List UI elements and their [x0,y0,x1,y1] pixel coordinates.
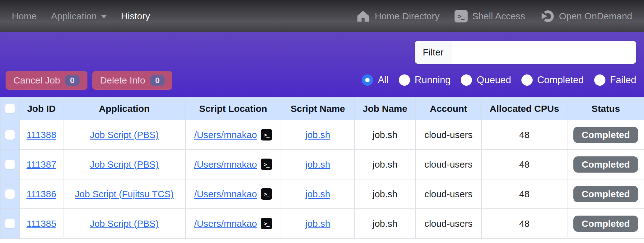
radio-unselected-icon [594,74,605,86]
col-header-application: Application [63,98,185,120]
terminal-glyph: >_ [264,132,269,138]
allocated-cpus-value: 48 [519,218,530,229]
radio-unselected-icon [521,74,533,86]
account-value: cloud-users [424,159,473,169]
terminal-glyph: >_ [264,161,269,168]
status-badge: Completed [573,156,638,173]
script-name-link[interactable]: job.sh [305,159,330,169]
table-header-row: Job ID Application Script Location Scrip… [0,98,644,120]
col-header-job-name: Job Name [355,98,415,120]
application-link[interactable]: Job Script (PBS) [90,159,159,169]
terminal-glyph: >_ [264,221,269,227]
jobs-table: Job ID Application Script Location Scrip… [0,97,644,239]
navbar-right-group: Home Directory >_ Shell Access Open OnDe… [356,9,632,23]
open-ondemand-link[interactable]: Open OnDemand [540,9,632,23]
action-buttons-group: Cancel Job 0 Delete Info 0 [6,71,172,90]
open-terminal-icon[interactable]: >_ [261,218,272,229]
col-header-status: Status [567,98,644,120]
status-badge: Completed [573,216,638,232]
filter-group: Filter [415,41,636,64]
status-badge: Completed [573,127,638,143]
status-filter-queued[interactable]: Queued [461,74,511,86]
nav-item-application[interactable]: Application [51,11,107,21]
shell-access-label: Shell Access [472,11,525,21]
row-checkbox[interactable] [5,189,15,199]
table-row: 111388 Job Script (PBS) /Users/mnakao>_ … [0,120,644,150]
home-icon [356,9,370,23]
row-checkbox[interactable] [5,160,15,169]
col-header-script-location: Script Location [185,98,281,120]
radio-unselected-icon [461,74,472,86]
radio-unselected-icon [399,74,410,86]
radio-dot [365,78,370,82]
application-link[interactable]: Job Script (PBS) [90,130,159,140]
job-name-value: job.sh [372,189,397,199]
status-filter-all-label: All [378,74,388,86]
script-name-link[interactable]: job.sh [305,130,330,140]
terminal-glyph: >_ [458,13,464,20]
account-value: cloud-users [424,218,473,229]
col-header-job-id: Job ID [20,98,63,120]
terminal-icon: >_ [455,10,468,22]
terminal-glyph: >_ [264,191,269,197]
status-filter-failed[interactable]: Failed [594,74,636,86]
cancel-job-button[interactable]: Cancel Job 0 [6,71,87,90]
delete-info-button[interactable]: Delete Info 0 [92,71,173,90]
job-id-link[interactable]: 111385 [26,218,56,229]
chevron-down-icon [101,15,107,18]
status-filter-queued-label: Queued [477,74,511,86]
open-ondemand-logo-icon [540,9,554,23]
toolbar-section: Filter Cancel Job 0 Delete Info 0 All Ru… [0,32,644,97]
open-ondemand-label: Open OnDemand [559,11,632,21]
top-navbar: Home Application History Home Directory … [0,0,644,32]
allocated-cpus-value: 48 [519,130,530,140]
script-location-link[interactable]: /Users/mnakao [194,130,257,140]
table-row: 111386 Job Script (Fujitsu TCS) /Users/m… [0,179,644,209]
delete-info-count-badge: 0 [150,75,165,86]
open-terminal-icon[interactable]: >_ [261,129,272,141]
account-value: cloud-users [424,130,473,140]
open-terminal-icon[interactable]: >_ [261,188,272,200]
nav-item-home[interactable]: Home [12,11,37,21]
nav-item-application-label: Application [51,11,97,21]
filter-input[interactable] [452,41,636,64]
col-header-account: Account [415,98,482,120]
job-history-page: Home Application History Home Directory … [0,0,644,243]
script-name-link[interactable]: job.sh [305,189,330,199]
open-terminal-icon[interactable]: >_ [261,159,272,170]
script-name-link[interactable]: job.sh [305,218,330,229]
status-badge: Completed [573,186,638,202]
script-location-link[interactable]: /Users/mnakao [194,218,257,229]
cancel-job-label: Cancel Job [13,75,60,86]
application-link[interactable]: Job Script (Fujitsu TCS) [75,189,174,199]
application-link[interactable]: Job Script (PBS) [90,218,159,229]
delete-info-label: Delete Info [100,75,145,86]
table-row: 111387 Job Script (PBS) /Users/mnakao>_ … [0,150,644,179]
account-value: cloud-users [424,189,473,199]
row-checkbox[interactable] [5,219,15,228]
navbar-left-group: Home Application History [12,11,150,21]
status-filter-all[interactable]: All [362,74,388,86]
row-checkbox[interactable] [5,130,15,140]
status-filter-completed-label: Completed [537,74,584,86]
job-id-link[interactable]: 111387 [26,159,56,169]
status-filter-completed[interactable]: Completed [521,74,584,86]
shell-access-link[interactable]: >_ Shell Access [455,10,525,22]
select-all-checkbox[interactable] [5,104,15,113]
allocated-cpus-value: 48 [519,159,530,169]
radio-selected-icon [362,74,373,86]
nav-item-history[interactable]: History [121,11,150,21]
script-location-link[interactable]: /Users/mnakao [194,159,257,170]
status-filter-failed-label: Failed [610,74,636,86]
col-header-allocated-cpus: Allocated CPUs [482,98,567,120]
filter-label: Filter [415,41,452,64]
job-name-value: job.sh [372,130,397,140]
col-header-script-name: Script Name [281,98,355,120]
job-id-link[interactable]: 111388 [26,130,56,140]
home-directory-label: Home Directory [375,11,439,21]
status-filter-group: All Running Queued Completed Failed [362,74,636,86]
job-id-link[interactable]: 111386 [26,189,56,199]
status-filter-running[interactable]: Running [399,74,450,86]
script-location-link[interactable]: /Users/mnakao [194,189,257,199]
home-directory-link[interactable]: Home Directory [356,9,439,23]
